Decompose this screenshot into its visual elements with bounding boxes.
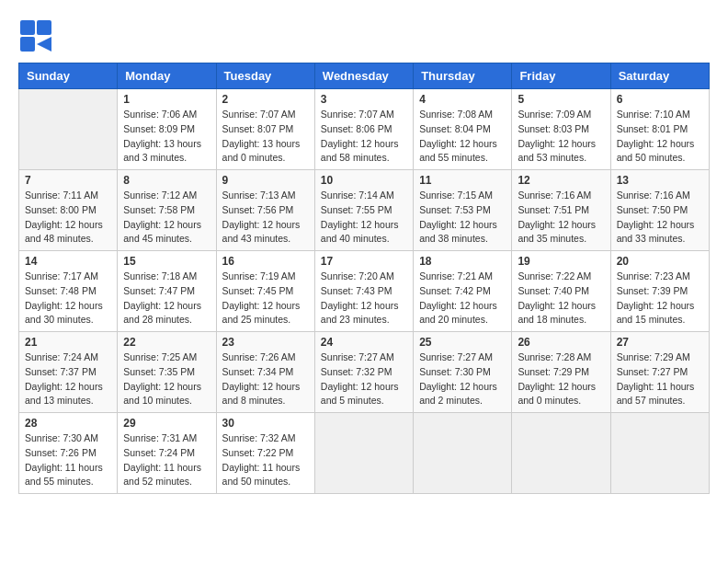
day-info: Sunrise: 7:06 AMSunset: 8:09 PMDaylight:… (123, 108, 210, 166)
day-info-line: and 15 minutes. (617, 314, 686, 325)
day-info: Sunrise: 7:21 AMSunset: 7:42 PMDaylight:… (419, 270, 506, 327)
day-number: 16 (222, 255, 309, 268)
day-info-line: Sunrise: 7:26 AM (222, 351, 296, 362)
day-number: 4 (419, 93, 506, 106)
day-info-line: and 25 minutes. (222, 314, 291, 325)
day-info-line: and 50 minutes. (222, 476, 291, 487)
day-info-line: Sunrise: 7:14 AM (321, 190, 394, 201)
calendar-cell: 18Sunrise: 7:21 AMSunset: 7:42 PMDayligh… (414, 251, 512, 332)
day-info-line: Sunset: 7:56 PM (222, 204, 294, 215)
calendar-cell: 2Sunrise: 7:07 AMSunset: 8:07 PMDaylight… (216, 89, 314, 170)
calendar-cell: 8Sunrise: 7:12 AMSunset: 7:58 PMDaylight… (118, 170, 216, 251)
calendar-week-3: 14Sunrise: 7:17 AMSunset: 7:48 PMDayligh… (19, 251, 710, 332)
day-info-line: and 33 minutes. (617, 233, 686, 244)
day-info-line: and 43 minutes. (222, 233, 291, 244)
day-info-line: and 20 minutes. (419, 314, 488, 325)
day-info-line: Sunrise: 7:27 AM (321, 351, 394, 362)
day-info-line: Sunrise: 7:11 AM (25, 190, 98, 201)
day-info-line: Sunrise: 7:19 AM (222, 270, 296, 282)
day-info-line: Sunset: 7:48 PM (25, 285, 97, 296)
day-info-line: Daylight: 11 hours (123, 462, 201, 473)
day-number: 24 (321, 336, 407, 349)
day-info-line: and 13 minutes. (25, 395, 94, 406)
day-info-line: Daylight: 13 hours (123, 138, 201, 149)
day-info-line: Sunset: 8:06 PM (321, 123, 392, 134)
svg-rect-2 (20, 37, 35, 52)
day-info-line: and 5 minutes. (321, 395, 384, 406)
day-info-line: Daylight: 12 hours (518, 300, 596, 311)
day-info-line: Sunset: 7:34 PM (222, 366, 294, 377)
day-info-line: Sunset: 7:30 PM (419, 366, 491, 377)
day-info-line: and 3 minutes. (123, 152, 187, 163)
calendar-cell: 10Sunrise: 7:14 AMSunset: 7:55 PMDayligh… (314, 170, 413, 251)
weekday-header-tuesday: Tuesday (216, 63, 314, 89)
calendar-cell: 28Sunrise: 7:30 AMSunset: 7:26 PMDayligh… (19, 413, 118, 494)
weekday-header-sunday: Sunday (19, 63, 118, 89)
calendar-week-5: 28Sunrise: 7:30 AMSunset: 7:26 PMDayligh… (19, 413, 710, 494)
day-info-line: Sunrise: 7:16 AM (617, 190, 690, 201)
day-info-line: Sunrise: 7:06 AM (123, 109, 197, 120)
day-info-line: Daylight: 12 hours (222, 300, 301, 311)
day-info-line: Sunset: 7:37 PM (25, 366, 97, 377)
calendar-cell: 9Sunrise: 7:13 AMSunset: 7:56 PMDaylight… (216, 170, 314, 251)
day-info-line: Sunrise: 7:29 AM (617, 351, 690, 362)
day-info-line: Daylight: 12 hours (123, 219, 201, 230)
day-info-line: and 10 minutes. (123, 395, 192, 406)
calendar-cell: 5Sunrise: 7:09 AMSunset: 8:03 PMDaylight… (512, 89, 610, 170)
day-info: Sunrise: 7:32 AMSunset: 7:22 PMDaylight:… (222, 431, 309, 489)
day-info-line: and 2 minutes. (419, 395, 483, 406)
day-number: 10 (321, 174, 407, 187)
day-info-line: and 55 minutes. (419, 152, 488, 163)
day-info: Sunrise: 7:29 AMSunset: 7:27 PMDaylight:… (617, 350, 703, 408)
day-info-line: Daylight: 12 hours (617, 219, 695, 230)
calendar-cell: 30Sunrise: 7:32 AMSunset: 7:22 PMDayligh… (216, 413, 314, 494)
calendar-cell: 12Sunrise: 7:16 AMSunset: 7:51 PMDayligh… (512, 170, 610, 251)
day-info-line: Daylight: 12 hours (518, 138, 596, 149)
day-info-line: Daylight: 12 hours (419, 219, 497, 230)
day-info-line: Sunrise: 7:12 AM (123, 190, 197, 201)
calendar-week-1: 1Sunrise: 7:06 AMSunset: 8:09 PMDaylight… (19, 89, 710, 170)
day-info-line: Sunset: 7:40 PM (518, 285, 589, 296)
calendar-cell: 4Sunrise: 7:08 AMSunset: 8:04 PMDaylight… (414, 89, 512, 170)
day-info: Sunrise: 7:16 AMSunset: 7:51 PMDaylight:… (518, 189, 604, 247)
day-info-line: Sunset: 7:47 PM (123, 285, 195, 296)
day-info-line: Sunset: 8:01 PM (617, 123, 688, 134)
day-info-line: Daylight: 12 hours (518, 219, 596, 230)
day-info-line: Sunrise: 7:21 AM (419, 270, 493, 282)
day-info-line: Daylight: 12 hours (419, 138, 497, 149)
svg-rect-0 (20, 20, 35, 35)
day-info-line: Sunset: 8:00 PM (25, 204, 97, 215)
day-info: Sunrise: 7:16 AMSunset: 7:50 PMDaylight:… (617, 189, 703, 247)
calendar-cell (512, 413, 610, 494)
day-info-line: Daylight: 12 hours (518, 381, 596, 392)
calendar-cell: 11Sunrise: 7:15 AMSunset: 7:53 PMDayligh… (414, 170, 512, 251)
calendar-cell (414, 413, 512, 494)
day-info-line: Sunset: 8:04 PM (419, 123, 491, 134)
calendar-cell: 24Sunrise: 7:27 AMSunset: 7:32 PMDayligh… (314, 332, 413, 413)
day-info-line: Daylight: 12 hours (222, 219, 301, 230)
day-info-line: and 50 minutes. (617, 152, 686, 163)
day-info-line: Sunrise: 7:28 AM (518, 351, 591, 362)
day-number: 11 (419, 174, 506, 187)
day-number: 1 (123, 93, 210, 106)
svg-rect-1 (37, 20, 51, 35)
calendar-cell: 16Sunrise: 7:19 AMSunset: 7:45 PMDayligh… (216, 251, 314, 332)
calendar-cell: 22Sunrise: 7:25 AMSunset: 7:35 PMDayligh… (118, 332, 216, 413)
day-info-line: and 18 minutes. (518, 314, 586, 325)
day-info-line: and 58 minutes. (321, 152, 390, 163)
day-info-line: Sunrise: 7:10 AM (617, 109, 690, 120)
day-info: Sunrise: 7:13 AMSunset: 7:56 PMDaylight:… (222, 189, 309, 247)
day-info-line: Sunrise: 7:07 AM (222, 109, 296, 120)
calendar-table: SundayMondayTuesdayWednesdayThursdayFrid… (18, 63, 710, 494)
day-info: Sunrise: 7:07 AMSunset: 8:07 PMDaylight:… (222, 108, 309, 166)
day-number: 30 (222, 417, 309, 430)
day-info-line: and 38 minutes. (419, 233, 488, 244)
day-info-line: Daylight: 12 hours (321, 300, 399, 311)
day-number: 8 (123, 174, 210, 187)
day-info-line: and 28 minutes. (123, 314, 192, 325)
day-info: Sunrise: 7:28 AMSunset: 7:29 PMDaylight:… (518, 350, 604, 408)
day-number: 29 (123, 417, 210, 430)
calendar-cell (314, 413, 413, 494)
day-info-line: Sunrise: 7:27 AM (419, 351, 493, 362)
day-info: Sunrise: 7:25 AMSunset: 7:35 PMDaylight:… (123, 350, 210, 408)
